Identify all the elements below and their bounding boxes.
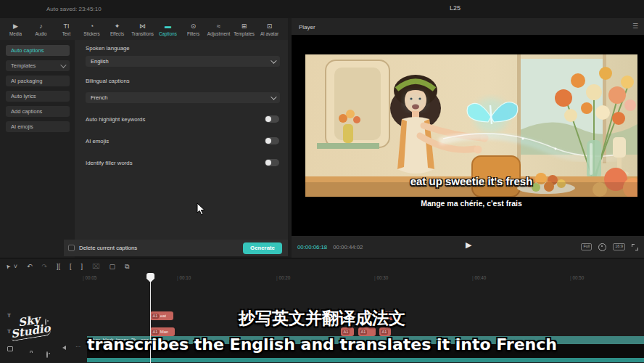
auto-highlight-label: Auto highlight keywords (86, 116, 145, 123)
toolbar-item-audio[interactable]: ♪ Audio (28, 18, 54, 40)
generate-button[interactable]: Generate (243, 242, 282, 254)
captions-icon: ▬ (165, 23, 171, 30)
ruler-tick: 00:30 (374, 275, 388, 280)
mask-icon[interactable]: ▢ (109, 264, 115, 270)
text-icon: TI (64, 23, 70, 30)
toolbar-item-media[interactable]: ▶ Media (3, 18, 28, 40)
player-panel-title: Player (299, 24, 315, 30)
total-duration: 00:00:44:02 (333, 244, 363, 250)
toolbar-item-stickers[interactable]: ◔ Stickers (79, 18, 104, 40)
bilingual-captions-select[interactable]: French (86, 92, 280, 103)
track-mark-icon[interactable]: ⧉ (125, 264, 129, 270)
chevron-down-icon (60, 62, 66, 68)
video-caption-english: eat up sweetie it's fresh (305, 175, 637, 187)
sidebar-label: Auto lyrics (11, 93, 36, 99)
preview-quality-badge[interactable]: Full (581, 243, 592, 250)
toolbar-label-filters: Filters (187, 31, 199, 36)
focus-icon[interactable] (598, 243, 606, 251)
spoken-language-value: English (91, 58, 109, 65)
adjustment-icon: ≈ (217, 23, 220, 30)
capcut-editor-window: Auto saved: 23:45:10 L25 ▶ Media ♪ Audio… (0, 0, 644, 363)
media-icon: ▶ (13, 23, 18, 30)
player-controls: 00:00:06:18 00:00:44:02 ▶ Full 16:9 (292, 236, 644, 258)
sidebar-label: Templates (11, 62, 36, 69)
current-time: 00:00:06:18 (297, 244, 327, 250)
playhead-handle[interactable] (146, 273, 154, 282)
sidebar-label: Add captions (11, 108, 42, 115)
fullscreen-icon[interactable] (632, 244, 638, 250)
video-preview[interactable]: eat up sweetie it's fresh Mange ma chéri… (305, 54, 637, 219)
toolbar-item-ai-avatar[interactable]: ⊡ AI avatar (257, 18, 282, 40)
mouse-cursor (197, 203, 206, 216)
select-tool-chevron-icon[interactable]: ˅ (14, 264, 17, 270)
caption-clip-label: Man (160, 330, 169, 334)
audio-icon: ♪ (39, 23, 43, 30)
sidebar-item-auto-captions[interactable]: Auto captions (6, 45, 70, 56)
auto-captions-settings-panel: Spoken language English Bilingual captio… (75, 40, 288, 240)
toggle-knob (265, 160, 271, 166)
bilingual-captions-label: Bilingual captions (86, 78, 130, 84)
caption-clip-badge: A1 (342, 330, 350, 335)
sidebar-item-add-captions[interactable]: Add captions (6, 106, 70, 117)
timeline-toolbar: ➤ ˅ ↶ ↷ ][ [ ] ⌧ ▢ ⧉ (6, 261, 129, 272)
ruler-tick: 00:10 (177, 275, 191, 280)
ruler-tick: 00:50 (570, 275, 584, 280)
toggle-knob (265, 116, 271, 122)
aspect-ratio-badge[interactable]: 16:9 (613, 243, 625, 250)
ruler-tick: 00:05 (83, 275, 96, 280)
trim-left-icon[interactable]: [ (70, 264, 72, 270)
sidebar-item-auto-lyrics[interactable]: Auto lyrics (6, 91, 70, 102)
delete-captions-checkbox[interactable] (68, 245, 75, 251)
player-panel: Player ☰ (292, 18, 644, 258)
player-menu-icon[interactable]: ☰ (632, 23, 638, 30)
caption-clip-badge: A1 (360, 330, 367, 335)
toolbar-item-adjustment[interactable]: ≈ Adjustment (206, 18, 231, 40)
toolbar-label-captions: Captions (159, 31, 177, 36)
video-clip-footer (87, 358, 644, 362)
templates-icon: ⊞ (242, 23, 247, 30)
ai-emojis-toggle[interactable] (265, 137, 279, 144)
toolbar-label-ai-avatar: AI avatar (260, 31, 278, 36)
toolbar-label-transitions: Transitions (131, 31, 154, 36)
split-icon[interactable]: ][ (57, 264, 60, 270)
play-button[interactable]: ▶ (466, 240, 471, 250)
toolbar-label-effects: Effects (110, 31, 124, 36)
sidebar-item-ai-emojis[interactable]: AI emojis (6, 121, 70, 132)
bilingual-captions-value: French (91, 94, 107, 101)
toolbar-item-text[interactable]: TI Text (54, 18, 79, 40)
toolbar-label-stickers: Stickers (83, 31, 99, 36)
ai-emojis-label: AI emojis (86, 138, 109, 144)
toolbar-item-effects[interactable]: ✦ Effects (104, 18, 130, 40)
overlay-subtitle-chinese: 抄写英文并翻译成法文 (0, 307, 644, 330)
auto-highlight-toggle[interactable] (265, 115, 279, 123)
filler-words-toggle[interactable] (265, 159, 279, 166)
undo-icon[interactable]: ↶ (27, 264, 33, 270)
transitions-icon: ⋈ (139, 23, 146, 30)
filler-words-label: Identify filler words (86, 160, 133, 166)
toolbar-item-captions[interactable]: ▬ Captions (155, 18, 181, 40)
sidebar-label: AI packaging (11, 78, 42, 84)
video-caption-french: Mange ma chérie, c'est frais (305, 199, 637, 208)
filters-icon: ⊙ (191, 23, 197, 30)
sidebar-item-ai-packaging[interactable]: AI packaging (6, 76, 70, 86)
toolbar-label-adjustment: Adjustment (207, 31, 231, 36)
caption-clip-badge: A1 (381, 330, 388, 335)
toolbar-label-text: Text (62, 31, 71, 36)
toolbar-item-filters[interactable]: ⊙ Filters (181, 18, 206, 40)
main-toolbar: ▶ Media ♪ Audio TI Text ◔ Stickers ✦ Eff… (0, 18, 288, 40)
sidebar-label: AI emojis (11, 123, 33, 130)
effects-icon: ✦ (115, 23, 120, 30)
spoken-language-select[interactable]: English (86, 56, 280, 67)
delete-icon[interactable]: ⌧ (92, 264, 99, 270)
select-tool-icon[interactable]: ➤ (4, 263, 12, 270)
toolbar-item-templates[interactable]: ⊞ Templates (231, 18, 257, 40)
toolbar-item-transitions[interactable]: ⋈ Transitions (130, 18, 155, 40)
caption-clip-badge: A1 (152, 330, 159, 335)
toolbar-label-media: Media (9, 31, 22, 36)
toolbar-label-audio: Audio (35, 31, 46, 36)
ruler-tick: 00:40 (472, 275, 486, 280)
sidebar-label: Auto captions (11, 47, 44, 54)
redo-icon[interactable]: ↷ (42, 264, 48, 270)
trim-right-icon[interactable]: ] (81, 264, 83, 270)
sidebar-item-templates[interactable]: Templates (6, 60, 70, 71)
